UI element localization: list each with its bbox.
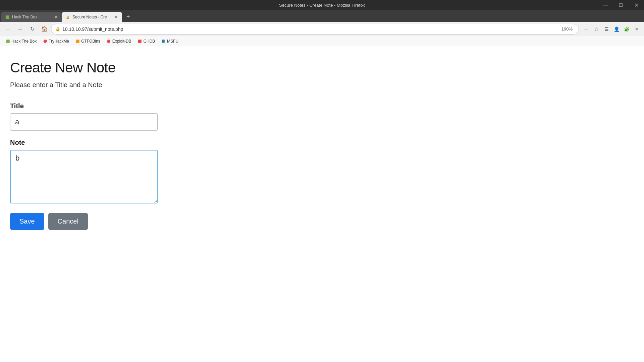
bookmark-favicon-tryhackme: 🔴 [43,39,47,44]
button-group: Save Cancel [10,213,634,230]
page-content: Create New Note Please enter a Title and… [0,46,644,362]
title-form-group: Title [10,102,634,131]
title-bar: Secure Notes - Create Note - Mozilla Fir… [0,0,644,10]
maximize-button[interactable]: □ [613,0,629,10]
tab-favicon-securenotes: 🔒 [65,14,70,20]
page-heading: Create New Note [10,60,634,76]
tab-bar: 🟩 Hack The Box :: ✕ 🔒 Secure Notes - Cre… [0,10,644,22]
tab-secure-notes[interactable]: 🔒 Secure Notes - Cre ✕ [62,12,122,22]
cancel-button[interactable]: Cancel [48,213,88,230]
bookmark-msfu[interactable]: 📘 MSFU [158,38,181,45]
window-controls: — □ ✕ [598,0,644,10]
title-label: Title [10,102,634,110]
bookmark-label-gtfobins: GTFOBins [81,39,100,44]
nav-bar: ← → ↻ 🏠 🔒 190% ⋯ ☆ ☰ 👤 🧩 ≡ [0,22,644,36]
forward-button[interactable]: → [15,24,25,35]
bookmark-exploitdb[interactable]: 🔴 Exploit-DB [104,38,134,45]
zoom-badge[interactable]: 190% [559,26,575,32]
bookmark-label-tryhackme: TryHackMe [49,39,69,44]
bookmark-label-msfu: MSFU [167,39,178,44]
bookmark-favicon-msfu: 📘 [161,39,166,44]
bookmark-favicon-ghdb: 🟥 [137,39,142,44]
bookmark-label-exploitdb: Exploit-DB [112,39,131,44]
address-bar-container[interactable]: 🔒 190% [51,24,579,35]
bookmark-favicon-gtfobins: 🟧 [75,39,80,44]
bookmark-favicon-exploitdb: 🔴 [106,39,111,44]
note-textarea[interactable] [10,150,158,203]
home-button[interactable]: 🏠 [39,24,50,35]
bookmark-ghdb[interactable]: 🟥 GHDB [135,38,158,45]
window-title: Secure Notes - Create Note - Mozilla Fir… [279,3,365,8]
minimize-button[interactable]: — [598,0,613,10]
menu-button[interactable]: ≡ [632,24,641,34]
close-button[interactable]: ✕ [629,0,644,10]
lock-icon: 🔒 [55,27,60,32]
new-tab-button[interactable]: + [123,12,133,21]
tab-close-securenotes[interactable]: ✕ [113,14,119,20]
save-button[interactable]: Save [10,213,44,230]
page-subtitle: Please enter a Title and a Note [10,81,634,89]
bookmark-hackthebox[interactable]: 🟩 Hack The Box [3,38,39,45]
reload-button[interactable]: ↻ [27,24,38,35]
bookmark-page-button[interactable]: ☆ [592,24,601,34]
title-input[interactable] [10,113,158,131]
tab-label-hackthebox: Hack The Box :: [12,15,51,19]
bookmarks-bar: 🟩 Hack The Box 🔴 TryHackMe 🟧 GTFOBins 🔴 … [0,36,644,46]
nav-extra-buttons: ⋯ ☆ ☰ 👤 🧩 ≡ [582,24,641,34]
note-form-group: Note [10,139,634,205]
reading-mode-button[interactable]: ☰ [602,24,611,34]
bookmark-favicon-hackthebox: 🟩 [5,39,10,44]
tab-hack-the-box[interactable]: 🟩 Hack The Box :: ✕ [1,12,62,22]
address-input[interactable] [62,26,557,32]
sync-button[interactable]: 👤 [612,24,621,34]
bookmark-tryhackme[interactable]: 🔴 TryHackMe [40,38,72,45]
tab-favicon-hackthebox: 🟩 [5,14,10,20]
bookmark-label-ghdb: GHDB [143,39,155,44]
bookmark-gtfobins[interactable]: 🟧 GTFOBins [72,38,103,45]
tab-close-hackthebox[interactable]: ✕ [53,14,58,20]
bookmark-label-hackthebox: Hack The Box [11,39,37,44]
more-options-button[interactable]: ⋯ [582,24,591,34]
tab-label-securenotes: Secure Notes - Cre [72,15,111,19]
note-label: Note [10,139,634,146]
back-button[interactable]: ← [3,24,13,35]
extensions-button[interactable]: 🧩 [622,24,631,34]
